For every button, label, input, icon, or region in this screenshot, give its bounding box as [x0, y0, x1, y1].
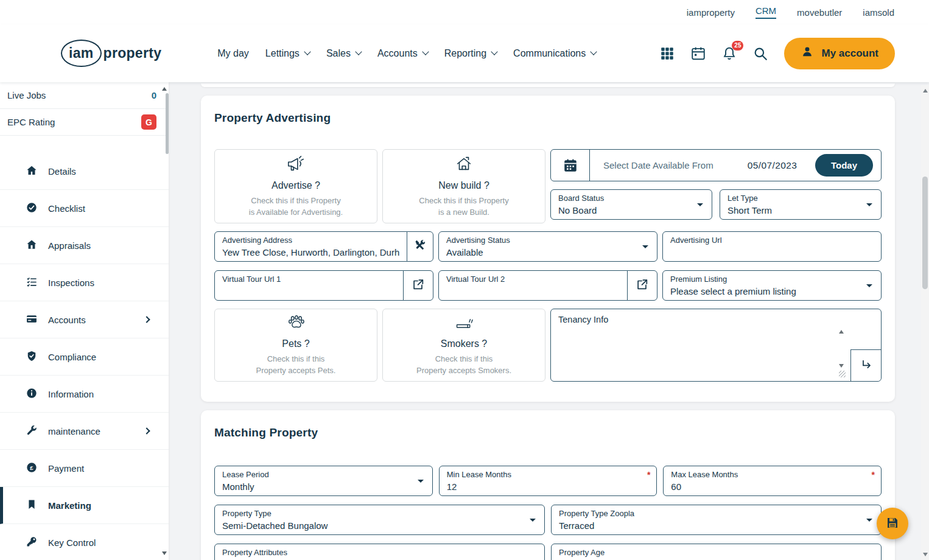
resize-handle[interactable] — [839, 371, 846, 377]
lease-period-select[interactable]: Lease Period Monthly — [214, 466, 433, 496]
date-available-from-picker[interactable]: Select Date Available From 05/07/2023 To… — [550, 149, 882, 181]
external-link-icon — [412, 278, 425, 293]
nav-communications[interactable]: Communications — [513, 48, 596, 59]
notifications-bell-icon[interactable]: 25 — [721, 46, 737, 61]
calendar-icon[interactable] — [690, 46, 706, 61]
nav-accounts[interactable]: Accounts — [377, 48, 428, 59]
property-type-zoopla-select[interactable]: Property Type Zoopla Terraced — [551, 505, 882, 535]
premium-listing-select[interactable]: Premium Listing Please select a premium … — [662, 270, 882, 301]
min-lease-months-field[interactable]: Min Lease Months 12 * — [439, 466, 657, 496]
tenancy-enter-button[interactable] — [850, 349, 881, 381]
live-jobs-label: Live Jobs — [7, 90, 46, 100]
chevron-right-icon — [143, 427, 150, 434]
sidebar-item-inspections[interactable]: Inspections — [0, 264, 169, 301]
apps-grid-icon[interactable] — [659, 46, 675, 61]
board-status-select[interactable]: Board Status No Board — [550, 189, 712, 220]
calendar-icon[interactable] — [551, 150, 590, 181]
epc-rating-row: EPC Rating G — [0, 109, 169, 136]
open-virtual-tour-1-button[interactable] — [403, 270, 433, 301]
tenancy-info-textarea[interactable]: Tenancy Info — [550, 309, 882, 382]
chevron-down-icon — [491, 48, 497, 55]
megaphone-icon — [284, 154, 307, 176]
tenancy-scrollbar[interactable] — [837, 330, 846, 368]
required-asterisk: * — [647, 470, 650, 480]
sidebar-nav: Details Checklist Appraisals Inspections… — [0, 153, 169, 560]
notification-count-badge: 25 — [732, 41, 743, 51]
topbar-link-iamproperty[interactable]: iamproperty — [687, 7, 735, 18]
sidebar-scroll-down[interactable] — [162, 551, 167, 555]
scroll-down-icon[interactable] — [923, 553, 928, 556]
sidebar-item-marketing[interactable]: Marketing — [0, 487, 169, 524]
tools-icon — [413, 239, 427, 254]
pets-checkbox-card[interactable]: Pets ? Check this if this Property accep… — [214, 309, 377, 382]
sidebar-item-appraisals[interactable]: Appraisals — [0, 227, 169, 264]
caret-down-icon — [866, 203, 872, 206]
property-age-field[interactable]: Property Age — [551, 544, 882, 560]
topbar-link-crm[interactable]: CRM — [755, 5, 776, 19]
paw-icon — [285, 313, 307, 334]
topbar-link-iamsold[interactable]: iamsold — [863, 7, 894, 18]
sidebar-item-payment[interactable]: £ Payment — [0, 450, 169, 487]
advertise-card-desc: Check this if this Property is Available… — [249, 195, 343, 219]
sidebar-item-accounts[interactable]: Accounts — [0, 301, 169, 338]
matching-property-title: Matching Property — [214, 426, 882, 439]
required-asterisk: * — [872, 470, 875, 480]
today-button[interactable]: Today — [815, 154, 873, 177]
sidebar-scroll-up[interactable] — [162, 87, 167, 91]
property-attributes-field[interactable]: Property Attributes — [214, 544, 545, 560]
advertise-checkbox-card[interactable]: Advertise ? Check this if this Property … — [214, 149, 377, 223]
virtual-tour-url-2-field[interactable]: Virtual Tour Url 2 — [438, 270, 628, 301]
external-link-icon — [636, 278, 649, 293]
new-build-card-desc: Check this if this Property is a new Bui… — [419, 195, 508, 219]
page-scrollbar[interactable] — [921, 85, 929, 560]
nav-lettings[interactable]: Lettings — [265, 48, 310, 59]
app-header: iam property My day Lettings Sales Accou… — [0, 24, 929, 82]
save-button[interactable] — [877, 508, 908, 539]
pets-card-title: Pets ? — [282, 338, 309, 349]
nav-sales[interactable]: Sales — [326, 48, 361, 59]
sidebar-item-key-control[interactable]: Key Control — [0, 524, 169, 560]
nav-reporting[interactable]: Reporting — [444, 48, 497, 59]
open-virtual-tour-2-button[interactable] — [627, 270, 657, 301]
clipboard-check-icon — [26, 276, 38, 290]
home-icon — [26, 164, 38, 178]
iamproperty-logo[interactable]: iam property — [61, 40, 161, 67]
epc-rating-badge: G — [141, 114, 156, 130]
smokers-checkbox-card[interactable]: Smokers ? Check this if this Property ac… — [382, 309, 545, 382]
scroll-down-icon[interactable] — [839, 364, 844, 368]
topbar-link-movebutler[interactable]: movebutler — [797, 7, 842, 18]
sidebar-item-checklist[interactable]: Checklist — [0, 190, 169, 227]
sidebar-scrollbar-thumb[interactable] — [166, 93, 169, 154]
caret-down-icon — [866, 284, 872, 287]
scrollbar-thumb[interactable] — [922, 177, 928, 289]
sidebar-item-information[interactable]: Information — [0, 376, 169, 413]
nav-my-day[interactable]: My day — [217, 48, 249, 59]
chevron-down-icon — [355, 48, 362, 55]
max-lease-months-field[interactable]: Max Lease Months 60 * — [663, 466, 882, 496]
logo-iam-text: iam — [61, 40, 102, 67]
sidebar-item-compliance[interactable]: Compliance — [0, 338, 169, 376]
pound-circle-icon: £ — [26, 461, 38, 475]
sidebar: Live Jobs 0 EPC Rating G Details Checkli… — [0, 82, 169, 560]
advertising-status-select[interactable]: Advertising Status Available — [438, 231, 657, 262]
scroll-up-icon[interactable] — [923, 89, 928, 93]
advertising-url-field[interactable]: Advertising Url — [662, 231, 882, 262]
sidebar-item-maintenance[interactable]: maintenance — [0, 413, 169, 450]
virtual-tour-url-1-field[interactable]: Virtual Tour Url 1 — [214, 270, 404, 301]
search-icon[interactable] — [752, 46, 768, 61]
scroll-up-icon[interactable] — [839, 330, 844, 334]
edit-address-tools-button[interactable] — [407, 231, 433, 262]
my-account-button[interactable]: My account — [784, 38, 895, 69]
new-build-checkbox-card[interactable]: New build ? Check this if this Property … — [382, 149, 545, 223]
advertising-address-field[interactable]: Advertising Address Yew Tree Close, Hurw… — [214, 231, 407, 262]
let-type-select[interactable]: Let Type Short Term — [720, 189, 882, 220]
property-advertising-card: Property Advertising Advertise ? Check t… — [201, 96, 895, 402]
property-type-select[interactable]: Property Type Semi-Detached Bungalow — [214, 505, 545, 535]
advertise-card-title: Advertise ? — [272, 180, 320, 191]
bookmark-icon — [26, 499, 38, 513]
sidebar-item-details[interactable]: Details — [0, 153, 169, 190]
chevron-down-icon — [591, 48, 597, 55]
date-available-label: Select Date Available From — [603, 160, 713, 170]
new-build-house-icon — [452, 154, 475, 176]
top-product-bar: iamproperty CRM movebutler iamsold — [0, 0, 929, 24]
